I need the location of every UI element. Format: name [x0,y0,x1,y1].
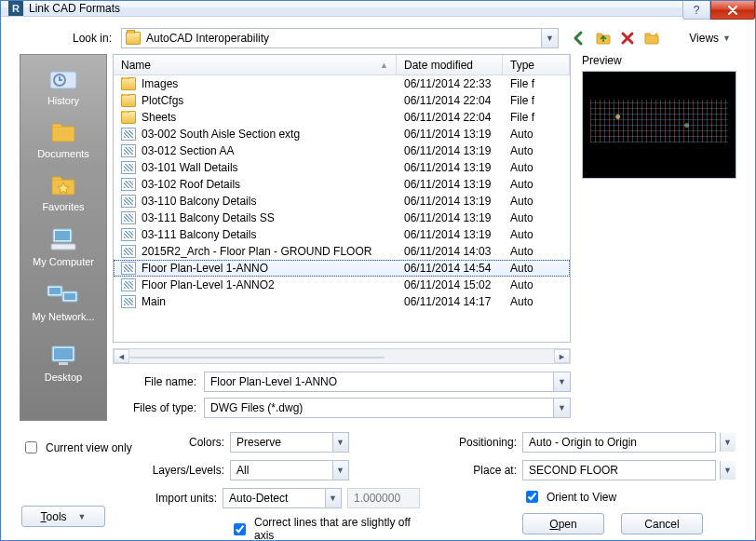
file-row[interactable]: Sheets06/11/2014 22:04File f [114,109,570,126]
folder-icon [121,94,136,107]
filetype-label: Files of type: [113,401,198,414]
place-mycomputer[interactable]: My Computer [24,222,102,275]
delete-icon[interactable] [618,29,637,47]
units-factor [347,488,420,508]
up-folder-icon[interactable] [594,29,613,47]
dwg-file-icon [121,178,136,191]
lookin-label: Look in: [20,32,115,45]
dialog-window: R Link CAD Formats ? Look in: AutoCAD In… [0,0,756,541]
positioning-combo[interactable]: Auto - Origin to Origin ▼ [522,432,736,453]
dwg-file-icon [121,128,136,141]
file-row[interactable]: 03-111 Balcony Details SS06/11/2014 13:1… [114,210,570,226]
dwg-file-icon [121,195,136,208]
place-documents[interactable]: Documents [24,115,102,167]
units-label: Import units: [150,492,217,505]
cancel-button[interactable]: Cancel [621,513,703,534]
dwg-file-icon [121,262,136,275]
places-bar: History Documents Favorites My Computer … [20,54,107,421]
sort-icon: ▲ [380,61,388,70]
chevron-down-icon: ▼ [78,512,87,521]
svg-rect-1 [645,35,658,44]
column-date[interactable]: Date modified [397,55,503,74]
horizontal-scrollbar[interactable]: ◄ ► [113,348,571,364]
preview-label: Preview [582,54,736,67]
chevron-down-icon: ▼ [722,34,731,43]
chevron-down-icon: ▼ [546,34,554,43]
colors-label: Colors: [150,436,224,449]
file-row[interactable]: Images06/11/2014 22:33File f [114,75,570,92]
scroll-thumb[interactable] [129,357,385,358]
filetype-combo[interactable]: DWG Files (*.dwg) ▼ [204,398,571,418]
preview-thumbnail [582,71,736,179]
column-name[interactable]: Name ▲ [114,55,397,74]
file-row[interactable]: 03-012 Section AA06/11/2014 13:19Auto [114,142,570,159]
scroll-right-icon[interactable]: ► [554,349,570,363]
dwg-file-icon [121,228,136,241]
svg-rect-8 [51,244,75,250]
svg-rect-15 [59,362,68,365]
current-view-only-input[interactable] [25,441,37,453]
place-network[interactable]: My Network... [24,277,102,330]
views-label: Views [689,32,719,45]
file-row[interactable]: PlotCfgs06/11/2014 22:04File f [114,92,570,109]
window-title: Link CAD Formats [29,2,120,15]
chevron-down-icon: ▼ [558,377,566,386]
file-list[interactable]: Name ▲ Date modified Type Images06/11/20… [113,54,571,343]
svg-rect-12 [64,293,75,300]
positioning-label: Positioning: [442,436,517,449]
layers-label: Layers/Levels: [150,464,224,477]
place-favorites[interactable]: Favorites [24,169,102,220]
app-icon: R [8,1,23,16]
svg-rect-4 [52,127,74,142]
units-combo[interactable]: Auto-Detect ▼ [223,488,342,508]
file-row[interactable]: 03-002 South Aisle Section extg06/11/201… [114,126,570,142]
titlebar: R Link CAD Formats ? [1,1,755,17]
dwg-file-icon [121,211,136,224]
filename-label: File name: [113,375,198,388]
close-button[interactable] [710,1,755,20]
back-icon[interactable] [570,29,588,47]
file-row[interactable]: 03-101 Wall Details06/11/2014 13:19Auto [114,159,570,176]
layers-combo[interactable]: All ▼ [230,460,349,480]
dwg-file-icon [121,245,136,258]
file-row[interactable]: Floor Plan-Level 1-ANNO206/11/2014 15:02… [114,277,570,293]
file-row[interactable]: Floor Plan-Level 1-ANNO06/11/2014 14:54A… [114,260,570,277]
placeat-combo[interactable]: SECOND FLOOR ▼ [522,460,736,480]
column-type[interactable]: Type [503,55,570,74]
correct-lines-checkbox[interactable]: Correct lines that are slightly off axis [230,516,420,541]
file-row[interactable]: Main06/11/2014 14:17Auto [114,293,570,310]
svg-rect-14 [54,348,73,359]
dwg-file-icon [121,161,136,174]
scroll-left-icon[interactable]: ◄ [114,349,129,363]
placeat-label: Place at: [442,464,517,477]
lookin-value: AutoCAD Interoperability [146,32,269,45]
file-row[interactable]: 03-110 Balcony Details06/11/2014 13:19Au… [114,193,570,210]
file-row[interactable]: 03-111 Balcony Details06/11/2014 13:19Au… [114,226,570,243]
svg-rect-7 [55,231,70,240]
dwg-file-icon [121,278,136,291]
chevron-down-icon: ▼ [558,403,566,413]
tools-menu-button[interactable]: Tools ▼ [21,506,105,527]
file-list-header: Name ▲ Date modified Type [114,55,570,75]
place-history[interactable]: History [24,62,102,114]
orient-to-view-checkbox[interactable]: Orient to View [522,488,616,506]
open-button[interactable]: Open [522,513,604,534]
folder-icon [121,111,136,124]
new-folder-icon[interactable] [642,29,661,47]
file-rows: Images06/11/2014 22:33File fPlotCfgs06/1… [114,75,570,342]
dwg-file-icon [121,144,136,157]
current-view-only-checkbox[interactable]: Current view only [21,439,132,456]
file-row[interactable]: 03-102 Roof Details06/11/2014 13:19Auto [114,176,570,193]
views-menu[interactable]: Views ▼ [683,30,736,47]
colors-combo[interactable]: Preserve ▼ [230,432,349,453]
dwg-file-icon [121,295,136,308]
folder-icon [126,32,141,45]
svg-rect-10 [49,288,61,294]
folder-icon [121,77,136,90]
filename-input[interactable]: Floor Plan-Level 1-ANNO ▼ [204,372,571,392]
place-desktop[interactable]: Desktop [24,339,102,390]
lookin-combo[interactable]: AutoCAD Interoperability ▼ [121,28,559,48]
file-row[interactable]: 2015R2_Arch - Floor Plan - GROUND FLOOR0… [114,243,570,260]
help-button[interactable]: ? [682,1,710,20]
